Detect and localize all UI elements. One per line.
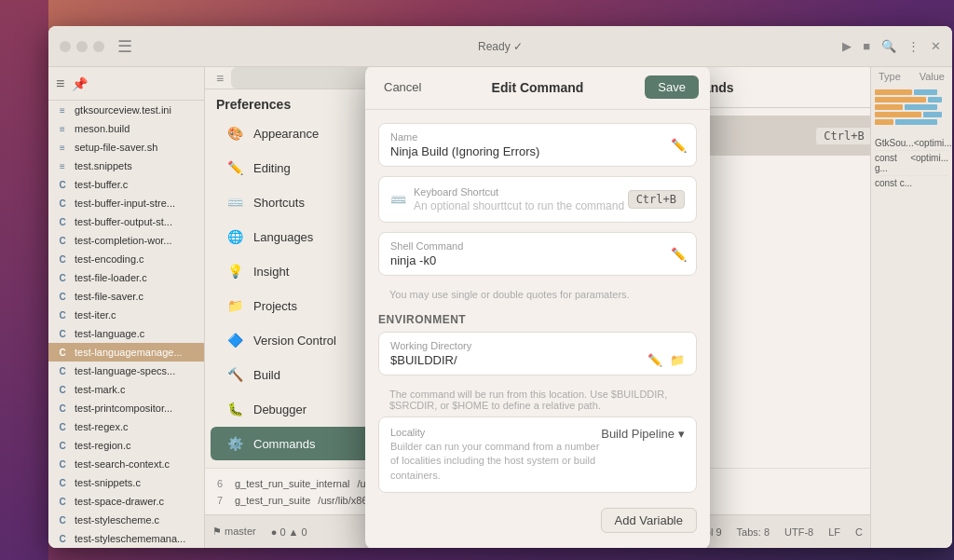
working-dir-edit-icon[interactable]: ✏️ xyxy=(647,353,662,367)
file-type-icon: C xyxy=(56,290,69,303)
run-icon[interactable]: ▶ xyxy=(842,39,852,53)
pref-menu-icon: ≡ xyxy=(216,71,224,86)
file-item[interactable]: C test-space-drawer.c xyxy=(48,492,204,511)
pref-item-icon: 🐛 xyxy=(225,400,244,418)
file-name: test.snippets xyxy=(75,160,132,171)
shell-hint: You may use single or double quotes for … xyxy=(378,285,697,306)
file-item[interactable]: C test-snippets.c xyxy=(48,473,204,492)
add-variable-button[interactable]: Add Variable xyxy=(601,508,697,533)
table-data-row: const g... <optimi... xyxy=(875,151,948,176)
pref-item-icon: 📁 xyxy=(225,296,244,315)
working-dir-label: Working Directory xyxy=(390,340,685,351)
pref-item-icon: 🌐 xyxy=(225,227,244,246)
file-item[interactable]: C test-file-saver.c xyxy=(48,287,204,306)
pref-item-label: Debugger xyxy=(253,403,307,417)
file-item[interactable]: C test-buffer-output-st... xyxy=(48,212,204,231)
file-name: test-region.c xyxy=(75,440,131,451)
error-count: ● 0 ▲ 0 xyxy=(271,526,307,538)
keyboard-field-group: ⌨️ Keyboard Shortcut An optional shourtt… xyxy=(378,176,697,223)
pref-item-label: Languages xyxy=(253,230,313,244)
window-minimize-btn[interactable] xyxy=(76,41,88,52)
file-item[interactable]: C test-stylescheme.c xyxy=(48,511,204,529)
save-button[interactable]: Save xyxy=(645,75,699,99)
file-type-icon: ≡ xyxy=(56,141,69,154)
stop-icon[interactable]: ■ xyxy=(863,39,870,53)
data-value: <optimi... xyxy=(914,138,952,148)
ready-status: Ready ✓ xyxy=(478,40,523,53)
window-maximize-btn[interactable] xyxy=(93,41,104,52)
chart-bar xyxy=(875,97,926,102)
file-name: test-mark.c xyxy=(75,384,125,395)
row-num: 6 xyxy=(212,478,227,489)
file-item[interactable]: ≡ gtksourceview.test.ini xyxy=(48,101,204,119)
file-type-icon: C xyxy=(56,402,69,415)
keyboard-badge: Ctrl+B xyxy=(628,190,685,209)
working-dir-icons: ✏️ 📁 xyxy=(647,353,685,367)
row-num: 7 xyxy=(212,495,227,506)
file-item[interactable]: C test-buffer-input-stre... xyxy=(48,194,204,212)
chart-bar xyxy=(923,112,942,117)
main-layout: ≡ 📌 ≡ gtksourceview.test.ini ≡ meson.bui… xyxy=(48,67,952,548)
table-data-row: const c... xyxy=(875,176,948,190)
pref-item-label: Appearance xyxy=(253,127,319,141)
menu-icon[interactable]: ⋮ xyxy=(907,39,920,53)
pin-icon[interactable]: 📌 xyxy=(72,76,88,91)
file-item[interactable]: ≡ meson.build xyxy=(48,119,204,138)
locality-select[interactable]: Build Pipeline ▾ xyxy=(601,427,685,441)
shortcut-badge: Ctrl+B xyxy=(815,127,870,145)
file-name: meson.build xyxy=(75,123,129,134)
working-dir-folder-icon[interactable]: 📁 xyxy=(670,353,685,367)
name-label: Name xyxy=(390,131,685,143)
pref-item-label: Projects xyxy=(253,299,297,313)
chart-bar xyxy=(875,89,912,95)
file-item[interactable]: ≡ test.snippets xyxy=(48,157,204,175)
file-item[interactable]: C test-printcompositor... xyxy=(48,399,204,417)
file-item[interactable]: C test-styleschememana... xyxy=(48,529,204,548)
pref-item-label: Editing xyxy=(253,161,291,175)
file-sidebar-header: ≡ 📌 xyxy=(48,67,204,101)
list-icon[interactable]: ≡ xyxy=(56,75,64,92)
chart-bar xyxy=(875,104,903,110)
file-type-icon: C xyxy=(56,513,69,526)
app-window: ☰ Ready ✓ ▶ ■ 🔍 ⋮ ✕ ≡ 📌 ≡ gtksourceview.… xyxy=(48,26,952,548)
file-item[interactable]: C test-language-specs... xyxy=(48,362,204,380)
data-value: <optimi... xyxy=(910,153,948,173)
name-value: Ninja Build (Ignoring Errors) xyxy=(390,144,685,158)
sidebar-toggle-icon[interactable]: ☰ xyxy=(117,36,132,57)
file-item[interactable]: C test-language.c xyxy=(48,324,204,343)
shell-edit-icon[interactable]: ✏️ xyxy=(671,246,687,261)
file-item[interactable]: ≡ setup-file-saver.sh xyxy=(48,138,204,157)
file-item[interactable]: C test-encoding.c xyxy=(48,250,204,268)
command-right: Ctrl+B › xyxy=(815,127,870,145)
file-item[interactable]: C test-mark.c xyxy=(48,380,204,399)
cancel-button[interactable]: Cancel xyxy=(376,76,429,98)
file-name: test-language.c xyxy=(75,328,144,339)
tab-size: Tabs: 8 xyxy=(737,526,770,538)
right-panel-header: Type Value xyxy=(871,67,952,86)
data-type: const g... xyxy=(875,153,910,173)
file-name: test-languagemanage... xyxy=(75,347,183,358)
locality-label: Locality xyxy=(390,427,601,438)
locality-field-group: Locality Builder can run your command fr… xyxy=(378,417,697,493)
file-item[interactable]: C test-file-loader.c xyxy=(48,268,204,287)
file-item[interactable]: C test-regex.c xyxy=(48,417,204,436)
edit-command-modal: Cancel Edit Command Save Name Ninja Buil… xyxy=(365,67,710,548)
encoding: UTF-8 xyxy=(784,526,813,538)
file-type-icon: C xyxy=(56,327,69,340)
add-variable-row: Add Variable xyxy=(378,502,697,537)
modal-title: Edit Command xyxy=(492,79,584,94)
file-item[interactable]: C test-languagemanage... xyxy=(48,343,204,362)
file-item[interactable]: C test-buffer.c xyxy=(48,175,204,194)
close-icon[interactable]: ✕ xyxy=(931,39,941,53)
window-close-btn[interactable] xyxy=(60,41,71,52)
search-icon[interactable]: 🔍 xyxy=(881,39,896,53)
pref-item-icon: 🔷 xyxy=(225,331,244,349)
name-edit-icon[interactable]: ✏️ xyxy=(671,137,687,152)
file-item[interactable]: C test-iter.c xyxy=(48,306,204,324)
pref-item-icon: 💡 xyxy=(225,262,244,280)
keyboard-row: ⌨️ Keyboard Shortcut An optional shourtt… xyxy=(379,177,696,222)
file-item[interactable]: C test-region.c xyxy=(48,436,204,455)
file-item[interactable]: C test-search-context.c xyxy=(48,455,204,473)
file-item[interactable]: C test-completion-wor... xyxy=(48,231,204,250)
titlebar: ☰ Ready ✓ ▶ ■ 🔍 ⋮ ✕ xyxy=(48,26,952,67)
